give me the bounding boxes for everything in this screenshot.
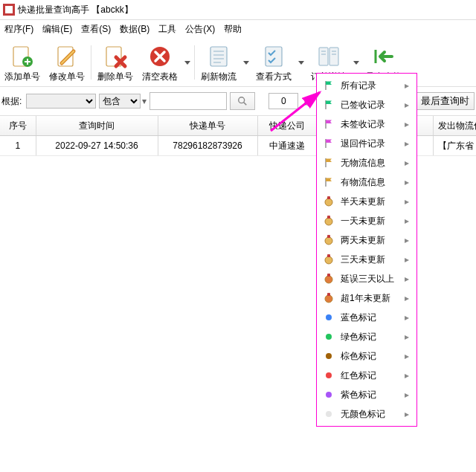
dropdown-item-label: 退回件记录 — [341, 138, 397, 150]
cell: 78296182873926 — [158, 136, 257, 156]
last-query-button[interactable]: 最后查询时 — [416, 92, 475, 110]
dropdown-item[interactable]: 未签收记录▸ — [318, 114, 415, 134]
dropdown-item[interactable]: 一天未更新▸ — [318, 211, 415, 230]
submenu-caret-icon: ▸ — [403, 389, 411, 400]
dropdown-item[interactable]: 无物流信息▸ — [318, 153, 415, 172]
view-button[interactable]: 查看方式 — [251, 42, 296, 83]
cell: 中通速递 — [257, 136, 317, 156]
dropdown-item[interactable]: 已签收记录▸ — [318, 95, 415, 114]
toolbar-separator — [194, 45, 195, 80]
dropdown-caret-icon: ▾ — [142, 96, 147, 106]
clear-dropdown-caret[interactable] — [182, 45, 193, 80]
dropdown-item[interactable]: 半天未更新▸ — [318, 192, 415, 211]
dropdown-item[interactable]: 蓝色标记▸ — [318, 308, 415, 327]
svg-rect-24 — [327, 216, 330, 219]
refresh-icon — [206, 44, 231, 69]
dropdown-item[interactable]: 棕色标记▸ — [318, 346, 415, 366]
del-button[interactable]: 删除单号 — [93, 42, 138, 83]
column-header[interactable]: 快递公司 — [257, 116, 317, 136]
dot-icon — [323, 311, 335, 323]
view-label: 查看方式 — [256, 71, 292, 83]
submenu-caret-icon: ▸ — [403, 138, 411, 149]
clear-icon — [147, 44, 173, 69]
svg-point-29 — [325, 276, 332, 283]
edit-button[interactable]: 修改单号 — [45, 42, 89, 83]
dropdown-item[interactable]: 退回件记录▸ — [318, 134, 415, 153]
flag-icon — [323, 176, 335, 188]
dropdown-item[interactable]: 所有记录▸ — [318, 76, 415, 95]
menu-item[interactable]: 公告(X) — [181, 22, 219, 37]
submenu-caret-icon: ▸ — [403, 274, 411, 284]
column-header[interactable]: 查询时间 — [36, 116, 158, 136]
svg-rect-14 — [329, 48, 338, 65]
submenu-caret-icon: ▸ — [403, 254, 411, 265]
filter-root-label: 根据: — [1, 95, 22, 108]
add-button[interactable]: 添加单号 — [0, 42, 45, 83]
dropdown-item-label: 三天未更新 — [341, 253, 397, 266]
dropdown-item[interactable]: 绿色标记▸ — [318, 327, 415, 346]
menu-item[interactable]: 帮助 — [219, 22, 246, 37]
menu-item[interactable]: 数据(B) — [115, 22, 154, 37]
medal-icon — [323, 253, 335, 265]
column-header[interactable]: 序号 — [0, 116, 36, 136]
dropdown-item-label: 紫色标记 — [341, 389, 397, 401]
dropdown-item-label: 未签收记录 — [341, 118, 397, 131]
interval-number[interactable]: 0 — [268, 93, 298, 109]
menu-item[interactable]: 程序(F) — [0, 22, 38, 37]
dropdown-item[interactable]: 两天未更新▸ — [318, 230, 415, 250]
menu-item[interactable]: 查看(S) — [77, 22, 115, 37]
dropdown-item-label: 超1年未更新 — [341, 292, 397, 305]
clear-button[interactable]: 清空表格 — [138, 42, 182, 83]
window-title: 快递批量查询高手 【abckk】 — [18, 4, 133, 16]
dropdown-item[interactable]: 三天未更新▸ — [318, 250, 415, 269]
view-mode-dropdown[interactable]: 所有记录▸已签收记录▸未签收记录▸退回件记录▸无物流信息▸有物流信息▸半天未更新… — [316, 73, 417, 427]
cell: 1 — [0, 136, 36, 156]
dropdown-item[interactable]: 延误三天以上▸ — [318, 269, 415, 288]
cell: 【广东省 — [433, 136, 476, 156]
menu-item[interactable]: 工具 — [154, 22, 181, 37]
dropdown-item-label: 两天未更新 — [341, 234, 397, 247]
medal-icon — [323, 195, 335, 207]
titlebar: 快递批量查询高手 【abckk】 — [0, 0, 476, 20]
dropdown-item-label: 半天未更新 — [341, 195, 397, 208]
menu-item[interactable]: 编辑(E) — [38, 22, 77, 37]
dropdown-item[interactable]: 超1年未更新▸ — [318, 288, 415, 308]
svg-point-19 — [239, 97, 245, 103]
dropdown-item[interactable]: 红色标记▸ — [318, 366, 415, 385]
menubar: 程序(F)编辑(E)查看(S)数据(B)工具公告(X)帮助 — [0, 20, 476, 38]
filter-operator-select[interactable]: 包含 — [99, 94, 141, 109]
column-header[interactable]: 发出物流信 — [433, 116, 476, 136]
clear-label: 清空表格 — [142, 71, 178, 83]
column-header[interactable]: 快递单号 — [158, 116, 257, 136]
submenu-caret-icon: ▸ — [403, 293, 411, 303]
view-dropdown-caret[interactable] — [296, 45, 306, 80]
flag-icon — [323, 99, 335, 111]
filter-field-select[interactable] — [26, 94, 96, 109]
refresh-dropdown-caret[interactable] — [241, 45, 251, 80]
dropdown-item[interactable]: 紫色标记▸ — [318, 385, 415, 404]
submenu-caret-icon: ▸ — [403, 100, 411, 110]
submenu-caret-icon: ▸ — [403, 332, 411, 342]
svg-line-20 — [244, 103, 247, 106]
filter-value-input[interactable] — [149, 92, 227, 110]
svg-rect-32 — [327, 293, 330, 296]
add-label: 添加单号 — [4, 71, 40, 83]
add-icon — [10, 44, 35, 69]
dropdown-item[interactable]: 无颜色标记▸ — [318, 404, 415, 424]
refresh-button[interactable]: 刷新物流 — [196, 42, 241, 83]
svg-point-25 — [325, 237, 332, 245]
submenu-caret-icon: ▸ — [403, 351, 411, 361]
submenu-caret-icon: ▸ — [403, 216, 411, 226]
dropdown-item-label: 已签收记录 — [341, 99, 397, 111]
dropdown-item-label: 红色标记 — [341, 369, 397, 382]
dropdown-item-label: 所有记录 — [341, 80, 397, 92]
submenu-caret-icon: ▸ — [403, 158, 411, 168]
flag-icon — [323, 118, 335, 130]
submenu-caret-icon: ▸ — [403, 235, 411, 245]
submenu-caret-icon: ▸ — [403, 370, 411, 381]
svg-rect-7 — [210, 47, 227, 66]
search-button[interactable] — [230, 92, 255, 110]
dropdown-item[interactable]: 有物流信息▸ — [318, 172, 415, 192]
dropdown-item-label: 无物流信息 — [341, 157, 397, 169]
app-icon — [3, 4, 15, 16]
